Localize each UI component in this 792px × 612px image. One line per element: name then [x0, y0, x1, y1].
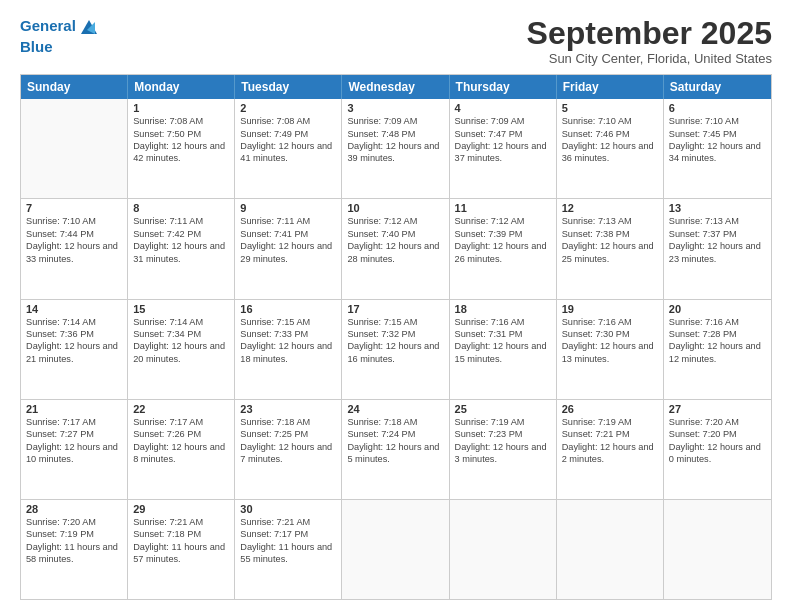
day-number: 16 — [240, 303, 336, 315]
cal-cell-18-w2: 18Sunrise: 7:16 AMSunset: 7:31 PMDayligh… — [450, 300, 557, 399]
sunrise-line: Sunrise: 7:20 AM — [669, 416, 766, 428]
header-wednesday: Wednesday — [342, 75, 449, 99]
sunset-line: Sunset: 7:39 PM — [455, 228, 551, 240]
day-number: 7 — [26, 202, 122, 214]
cal-cell-empty-w0 — [21, 99, 128, 198]
sunrise-line: Sunrise: 7:21 AM — [133, 516, 229, 528]
daylight-line: Daylight: 12 hours and 8 minutes. — [133, 441, 229, 466]
daylight-line: Daylight: 12 hours and 21 minutes. — [26, 340, 122, 365]
cal-cell-29-w4: 29Sunrise: 7:21 AMSunset: 7:18 PMDayligh… — [128, 500, 235, 599]
day-number: 21 — [26, 403, 122, 415]
cal-cell-23-w3: 23Sunrise: 7:18 AMSunset: 7:25 PMDayligh… — [235, 400, 342, 499]
daylight-line: Daylight: 12 hours and 33 minutes. — [26, 240, 122, 265]
daylight-line: Daylight: 12 hours and 26 minutes. — [455, 240, 551, 265]
sunrise-line: Sunrise: 7:10 AM — [562, 115, 658, 127]
daylight-line: Daylight: 12 hours and 13 minutes. — [562, 340, 658, 365]
week-row-5: 28Sunrise: 7:20 AMSunset: 7:19 PMDayligh… — [21, 499, 771, 599]
sunrise-line: Sunrise: 7:15 AM — [347, 316, 443, 328]
cal-cell-6-w0: 6Sunrise: 7:10 AMSunset: 7:45 PMDaylight… — [664, 99, 771, 198]
sunrise-line: Sunrise: 7:16 AM — [669, 316, 766, 328]
daylight-line: Daylight: 11 hours and 58 minutes. — [26, 541, 122, 566]
daylight-line: Daylight: 12 hours and 2 minutes. — [562, 441, 658, 466]
calendar: Sunday Monday Tuesday Wednesday Thursday… — [20, 74, 772, 600]
daylight-line: Daylight: 12 hours and 34 minutes. — [669, 140, 766, 165]
sunrise-line: Sunrise: 7:09 AM — [347, 115, 443, 127]
header-friday: Friday — [557, 75, 664, 99]
sunset-line: Sunset: 7:26 PM — [133, 428, 229, 440]
sunset-line: Sunset: 7:40 PM — [347, 228, 443, 240]
day-number: 23 — [240, 403, 336, 415]
daylight-line: Daylight: 12 hours and 10 minutes. — [26, 441, 122, 466]
day-number: 10 — [347, 202, 443, 214]
daylight-line: Daylight: 11 hours and 57 minutes. — [133, 541, 229, 566]
cal-cell-11-w1: 11Sunrise: 7:12 AMSunset: 7:39 PMDayligh… — [450, 199, 557, 298]
cal-cell-2-w0: 2Sunrise: 7:08 AMSunset: 7:49 PMDaylight… — [235, 99, 342, 198]
sunset-line: Sunset: 7:32 PM — [347, 328, 443, 340]
daylight-line: Daylight: 12 hours and 25 minutes. — [562, 240, 658, 265]
sunrise-line: Sunrise: 7:09 AM — [455, 115, 551, 127]
cal-cell-17-w2: 17Sunrise: 7:15 AMSunset: 7:32 PMDayligh… — [342, 300, 449, 399]
week-row-3: 14Sunrise: 7:14 AMSunset: 7:36 PMDayligh… — [21, 299, 771, 399]
sunset-line: Sunset: 7:49 PM — [240, 128, 336, 140]
daylight-line: Daylight: 11 hours and 55 minutes. — [240, 541, 336, 566]
cal-cell-24-w3: 24Sunrise: 7:18 AMSunset: 7:24 PMDayligh… — [342, 400, 449, 499]
sunrise-line: Sunrise: 7:13 AM — [669, 215, 766, 227]
sunrise-line: Sunrise: 7:18 AM — [347, 416, 443, 428]
cal-cell-22-w3: 22Sunrise: 7:17 AMSunset: 7:26 PMDayligh… — [128, 400, 235, 499]
cal-cell-27-w3: 27Sunrise: 7:20 AMSunset: 7:20 PMDayligh… — [664, 400, 771, 499]
sunrise-line: Sunrise: 7:12 AM — [455, 215, 551, 227]
calendar-header: Sunday Monday Tuesday Wednesday Thursday… — [21, 75, 771, 99]
sunset-line: Sunset: 7:44 PM — [26, 228, 122, 240]
day-number: 25 — [455, 403, 551, 415]
cal-cell-14-w2: 14Sunrise: 7:14 AMSunset: 7:36 PMDayligh… — [21, 300, 128, 399]
page-header: General Blue September 2025 Sun City Cen… — [20, 16, 772, 66]
sunset-line: Sunset: 7:17 PM — [240, 528, 336, 540]
day-number: 14 — [26, 303, 122, 315]
cal-cell-19-w2: 19Sunrise: 7:16 AMSunset: 7:30 PMDayligh… — [557, 300, 664, 399]
day-number: 27 — [669, 403, 766, 415]
sunrise-line: Sunrise: 7:17 AM — [133, 416, 229, 428]
sunrise-line: Sunrise: 7:21 AM — [240, 516, 336, 528]
sunrise-line: Sunrise: 7:08 AM — [133, 115, 229, 127]
cal-cell-25-w3: 25Sunrise: 7:19 AMSunset: 7:23 PMDayligh… — [450, 400, 557, 499]
title-block: September 2025 Sun City Center, Florida,… — [527, 16, 772, 66]
sunset-line: Sunset: 7:38 PM — [562, 228, 658, 240]
sunset-line: Sunset: 7:27 PM — [26, 428, 122, 440]
cal-cell-13-w1: 13Sunrise: 7:13 AMSunset: 7:37 PMDayligh… — [664, 199, 771, 298]
sunrise-line: Sunrise: 7:19 AM — [455, 416, 551, 428]
header-sunday: Sunday — [21, 75, 128, 99]
week-row-4: 21Sunrise: 7:17 AMSunset: 7:27 PMDayligh… — [21, 399, 771, 499]
daylight-line: Daylight: 12 hours and 42 minutes. — [133, 140, 229, 165]
cal-cell-15-w2: 15Sunrise: 7:14 AMSunset: 7:34 PMDayligh… — [128, 300, 235, 399]
calendar-body: 1Sunrise: 7:08 AMSunset: 7:50 PMDaylight… — [21, 99, 771, 599]
daylight-line: Daylight: 12 hours and 36 minutes. — [562, 140, 658, 165]
sunset-line: Sunset: 7:42 PM — [133, 228, 229, 240]
day-number: 26 — [562, 403, 658, 415]
sunrise-line: Sunrise: 7:16 AM — [562, 316, 658, 328]
week-row-1: 1Sunrise: 7:08 AMSunset: 7:50 PMDaylight… — [21, 99, 771, 198]
sunset-line: Sunset: 7:33 PM — [240, 328, 336, 340]
week-row-2: 7Sunrise: 7:10 AMSunset: 7:44 PMDaylight… — [21, 198, 771, 298]
sunset-line: Sunset: 7:50 PM — [133, 128, 229, 140]
daylight-line: Daylight: 12 hours and 39 minutes. — [347, 140, 443, 165]
day-number: 12 — [562, 202, 658, 214]
daylight-line: Daylight: 12 hours and 23 minutes. — [669, 240, 766, 265]
header-saturday: Saturday — [664, 75, 771, 99]
sunset-line: Sunset: 7:30 PM — [562, 328, 658, 340]
logo-blue: Blue — [20, 38, 99, 55]
day-number: 29 — [133, 503, 229, 515]
day-number: 11 — [455, 202, 551, 214]
sunset-line: Sunset: 7:19 PM — [26, 528, 122, 540]
day-number: 19 — [562, 303, 658, 315]
sunrise-line: Sunrise: 7:15 AM — [240, 316, 336, 328]
sunrise-line: Sunrise: 7:20 AM — [26, 516, 122, 528]
daylight-line: Daylight: 12 hours and 16 minutes. — [347, 340, 443, 365]
daylight-line: Daylight: 12 hours and 15 minutes. — [455, 340, 551, 365]
cal-cell-empty-w4 — [664, 500, 771, 599]
sunset-line: Sunset: 7:28 PM — [669, 328, 766, 340]
cal-cell-16-w2: 16Sunrise: 7:15 AMSunset: 7:33 PMDayligh… — [235, 300, 342, 399]
sunset-line: Sunset: 7:20 PM — [669, 428, 766, 440]
month-title: September 2025 — [527, 16, 772, 51]
sunrise-line: Sunrise: 7:17 AM — [26, 416, 122, 428]
sunset-line: Sunset: 7:18 PM — [133, 528, 229, 540]
